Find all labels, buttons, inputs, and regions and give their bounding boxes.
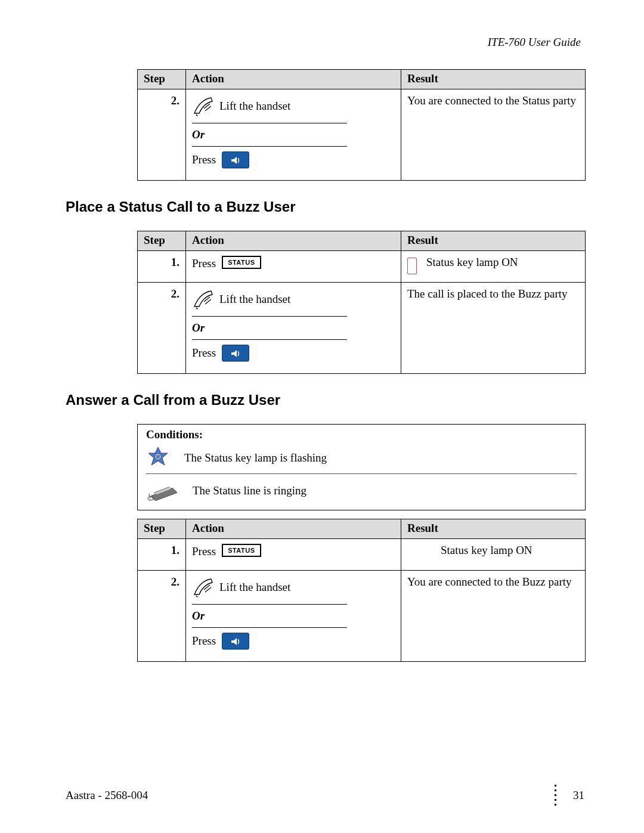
- result-text: Status key lamp ON: [426, 256, 518, 269]
- th-step: Step: [138, 231, 186, 251]
- condition-text: The Status line is ringing: [193, 484, 306, 497]
- result-cell: Status key lamp ON: [401, 251, 586, 283]
- speaker-icon: [222, 151, 249, 168]
- table-row: 2. Lift the handset Or Press: [138, 89, 586, 181]
- step-cell: 2.: [138, 571, 186, 662]
- result-cell: Status key lamp ON: [401, 539, 586, 571]
- result-cell: The call is placed to the Buzz party: [401, 283, 586, 374]
- or-label: Or: [192, 127, 395, 146]
- page-number: 31: [573, 789, 584, 802]
- action-cell: Lift the handset Or Press: [186, 283, 401, 374]
- th-result: Result: [401, 519, 586, 539]
- table-row: 1. Press STATUS Status key lamp ON: [138, 539, 586, 571]
- th-result: Result: [401, 231, 586, 251]
- conditions-box: Conditions: The Status key lamp is flash…: [137, 424, 586, 510]
- status-key-icon: STATUS: [222, 256, 261, 269]
- handset-icon: [192, 95, 213, 117]
- action-text: Lift the handset: [219, 581, 290, 594]
- th-action: Action: [186, 70, 401, 89]
- speaker-icon: [222, 633, 249, 649]
- step-table-2: Step Action Result 1. Press STATUS Statu…: [137, 231, 586, 374]
- action-cell: Lift the handset Or Press: [186, 571, 401, 662]
- table-row: 2. Lift the handset Or Press: [138, 283, 586, 374]
- th-step: Step: [138, 70, 186, 89]
- table-row: 1. Press STATUS Status key lamp ON: [138, 251, 586, 283]
- th-action: Action: [186, 519, 401, 539]
- star-icon: [146, 446, 170, 470]
- th-result: Result: [401, 70, 586, 89]
- press-label: Press: [192, 153, 216, 166]
- condition-text: The Status key lamp is flashing: [184, 451, 327, 465]
- status-key-icon: STATUS: [222, 544, 261, 557]
- th-action: Action: [186, 231, 401, 251]
- step-cell: 2.: [138, 283, 186, 374]
- step-table-1: Step Action Result 2. Lift the handset O…: [137, 69, 586, 181]
- step-table-3: Step Action Result 1. Press STATUS Statu…: [137, 519, 586, 662]
- press-label: Press: [192, 545, 216, 558]
- or-label: Or: [192, 608, 395, 627]
- step-cell: 2.: [138, 89, 186, 181]
- deskphone-icon: [146, 480, 178, 501]
- press-label: Press: [192, 634, 216, 648]
- conditions-title: Conditions:: [146, 428, 577, 441]
- result-text: Status key lamp ON: [407, 544, 579, 557]
- or-label: Or: [192, 320, 395, 339]
- table-row: 2. Lift the handset Or Press: [138, 571, 586, 662]
- step-cell: 1.: [138, 251, 186, 283]
- section-heading: Answer a Call from a Buzz User: [66, 392, 584, 408]
- section-heading: Place a Status Call to a Buzz User: [66, 199, 584, 215]
- page-header: ITE-760 User Guide: [66, 36, 584, 49]
- press-label: Press: [192, 257, 216, 270]
- footer-dots-icon: [555, 785, 558, 806]
- action-cell: Lift the handset Or Press: [186, 89, 401, 181]
- lamp-icon: [407, 258, 417, 274]
- action-text: Lift the handset: [219, 293, 290, 306]
- handset-icon: [192, 289, 213, 310]
- speaker-icon: [222, 345, 249, 361]
- th-step: Step: [138, 519, 186, 539]
- press-label: Press: [192, 346, 216, 360]
- footer-left: Aastra - 2568-004: [66, 789, 148, 802]
- action-cell: Press STATUS: [186, 539, 401, 571]
- result-cell: You are connected to the Status party: [401, 89, 586, 181]
- action-cell: Press STATUS: [186, 251, 401, 283]
- result-cell: You are connected to the Buzz party: [401, 571, 586, 662]
- handset-icon: [192, 577, 213, 598]
- action-text: Lift the handset: [219, 100, 290, 113]
- step-cell: 1.: [138, 539, 186, 571]
- page-footer: Aastra - 2568-004 31: [66, 785, 584, 806]
